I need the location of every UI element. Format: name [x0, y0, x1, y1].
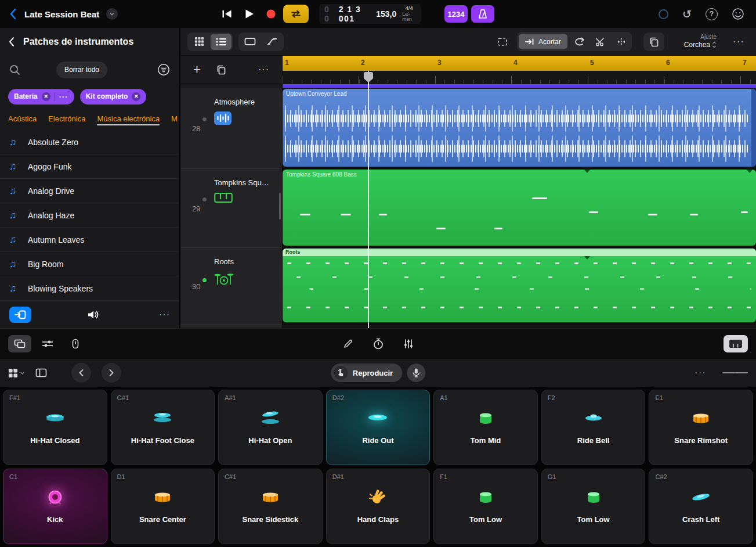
mixer-toggle-button[interactable]: [36, 335, 59, 352]
chip-remove-icon[interactable]: ✕: [42, 92, 50, 101]
surface-more-button[interactable]: ···: [694, 367, 706, 379]
tab-acustica[interactable]: Acústica: [8, 114, 37, 125]
music-note-icon: ♫: [9, 234, 20, 246]
toolbar-more-button[interactable]: ···: [733, 36, 744, 48]
automation-mode-button[interactable]: [262, 34, 283, 50]
snap-setting[interactable]: Ajuste Corchea: [684, 34, 717, 49]
pad-snare-center[interactable]: D1 Snare Center: [111, 469, 215, 544]
browser-toggle-button[interactable]: [8, 335, 31, 352]
cycle-button[interactable]: [283, 5, 309, 23]
project-menu-button[interactable]: [106, 8, 118, 20]
copy-button[interactable]: [643, 33, 664, 51]
pad-ride-out[interactable]: D#2 Ride Out: [326, 390, 431, 465]
tab-electronica[interactable]: Electrónica: [48, 114, 85, 125]
preview-volume-icon[interactable]: [87, 310, 100, 320]
patch-library-toggle-button[interactable]: [9, 307, 31, 323]
play-button[interactable]: [238, 4, 260, 24]
previous-kit-button[interactable]: [71, 363, 91, 383]
lcd-display[interactable]: 0 0 2 1 3 001 153,0 4/4 La♭ men: [319, 4, 421, 24]
tab-truncated[interactable]: M: [171, 114, 178, 125]
trim-button[interactable]: Acortar: [519, 34, 567, 49]
microphone-button[interactable]: [407, 364, 425, 382]
pad-tom-mid[interactable]: A1 Tom Mid: [433, 390, 538, 465]
back-button[interactable]: [9, 8, 17, 20]
pad-snare-sidestick[interactable]: C#1 Snare Sidestick: [218, 469, 323, 544]
monitor-dot-icon[interactable]: [202, 197, 207, 201]
patch-item[interactable]: ♫Agogo Funk: [0, 154, 179, 179]
pad-crash-left[interactable]: C#2 Crash Left: [649, 469, 753, 544]
sidebar-back-button[interactable]: [8, 37, 15, 47]
midi-region[interactable]: Tompkins Square 808 Bass: [283, 170, 756, 246]
filter-icon[interactable]: [157, 63, 170, 76]
patch-item[interactable]: ♫Autumn Leaves: [0, 228, 179, 252]
faders-button[interactable]: [403, 339, 414, 349]
input-monitor-button[interactable]: [64, 335, 87, 352]
patch-item[interactable]: ♫Big Room: [0, 252, 179, 276]
search-icon[interactable]: [9, 64, 20, 75]
logic-app: Late Session Beat 0 0 2 1 3 001 153,0 4/…: [0, 0, 756, 547]
track-header-29[interactable]: 29 Tompkins Squ…: [180, 169, 282, 248]
clear-all-button[interactable]: Borrar todo: [56, 62, 107, 78]
tab-musica-electronica[interactable]: Música electrónica: [97, 114, 160, 125]
chip-remove-icon[interactable]: ✕: [132, 92, 140, 101]
next-kit-button[interactable]: [102, 363, 121, 383]
bar-ruler[interactable]: 1 2 3 4 5 6 7: [283, 56, 756, 84]
divide-tool-button[interactable]: [613, 34, 630, 49]
monitor-dot-icon[interactable]: [202, 117, 207, 121]
playhead-line[interactable]: [368, 71, 369, 328]
category-tabs: Acústica Electrónica Música electrónica …: [0, 109, 179, 130]
record-armed-dot-icon[interactable]: [202, 278, 207, 282]
pad-hihat-foot-close[interactable]: G#1 Hi-Hat Foot Close: [111, 390, 215, 465]
add-track-button[interactable]: +: [193, 62, 201, 77]
audio-region[interactable]: Uptown Conveyor Lead: [283, 89, 756, 167]
cycle-range-band[interactable]: 1 2 3 4 5 6 7: [283, 56, 756, 71]
patch-item[interactable]: ♫Blowing Speakers: [0, 276, 179, 301]
panel-toggle-button[interactable]: [35, 368, 47, 377]
play-mode-button[interactable]: Reproducir: [331, 364, 402, 382]
resize-handle[interactable]: [722, 370, 748, 376]
chevron-up-down-icon: [712, 41, 717, 48]
pad-hihat-open[interactable]: A#1 Hi-Hat Open: [218, 390, 323, 465]
help-button[interactable]: ?: [706, 8, 718, 20]
tracks-view-button[interactable]: [211, 34, 231, 50]
keyboard-toggle-button[interactable]: [724, 335, 748, 352]
record-button[interactable]: [260, 4, 282, 24]
go-to-beginning-button[interactable]: [216, 4, 238, 24]
transport-controls: 0 0 2 1 3 001 153,0 4/4 La♭ men 1234: [216, 0, 494, 28]
pad-hihat-closed[interactable]: F#1 Hi-Hat Closed: [3, 390, 107, 465]
pad-kick[interactable]: C1 Kick: [3, 469, 107, 544]
track-header-28[interactable]: 28 Atmosphere: [180, 88, 282, 169]
history-undo-button[interactable]: ↺: [682, 9, 692, 20]
chip-bateria[interactable]: Batería ✕ ···: [8, 89, 74, 105]
pad-hand-claps[interactable]: D#1 Hand Claps: [326, 469, 431, 544]
surface-view-selector[interactable]: [8, 368, 25, 378]
chip-kit-completo[interactable]: Kit completo ✕: [80, 89, 147, 105]
track-column-more-button[interactable]: ···: [258, 64, 269, 75]
account-smiley-button[interactable]: [732, 8, 744, 20]
patch-item[interactable]: ♫Absolute Zero: [0, 130, 179, 154]
region-mode-button[interactable]: [240, 34, 261, 50]
stopwatch-button[interactable]: [373, 338, 384, 350]
pad-snare-rimshot[interactable]: E1 Snare Rimshot: [649, 390, 753, 465]
pencil-edit-button[interactable]: [343, 339, 353, 349]
loop-tool-button[interactable]: [571, 34, 588, 49]
pad-ride-bell[interactable]: F2 Ride Bell: [541, 390, 646, 465]
chip-more-button[interactable]: ···: [59, 92, 68, 101]
metronome-button[interactable]: [471, 5, 494, 23]
chip-label: Kit completo: [86, 92, 128, 100]
duplicate-track-button[interactable]: [216, 64, 226, 75]
chevron-down-icon: [20, 370, 25, 376]
pad-tom-low-f1[interactable]: F1 Tom Low: [433, 469, 538, 544]
grid-view-button[interactable]: [189, 34, 209, 50]
patch-item[interactable]: ♫Analog Haze: [0, 203, 179, 228]
arrangement-marker-strip[interactable]: [283, 84, 756, 88]
column-scrollbar[interactable]: [279, 193, 281, 219]
split-scissors-button[interactable]: [592, 34, 609, 49]
marquee-tool-button[interactable]: [494, 34, 511, 49]
pad-tom-low-g1[interactable]: G1 Tom Low: [541, 469, 646, 544]
patch-item[interactable]: ♫Analog Drive: [0, 179, 179, 203]
drummer-region[interactable]: Roots: [283, 249, 756, 322]
count-in-button[interactable]: 1234: [444, 5, 468, 23]
sidebar-more-button[interactable]: ···: [159, 310, 170, 320]
track-header-30[interactable]: 30 Roots: [180, 248, 282, 325]
